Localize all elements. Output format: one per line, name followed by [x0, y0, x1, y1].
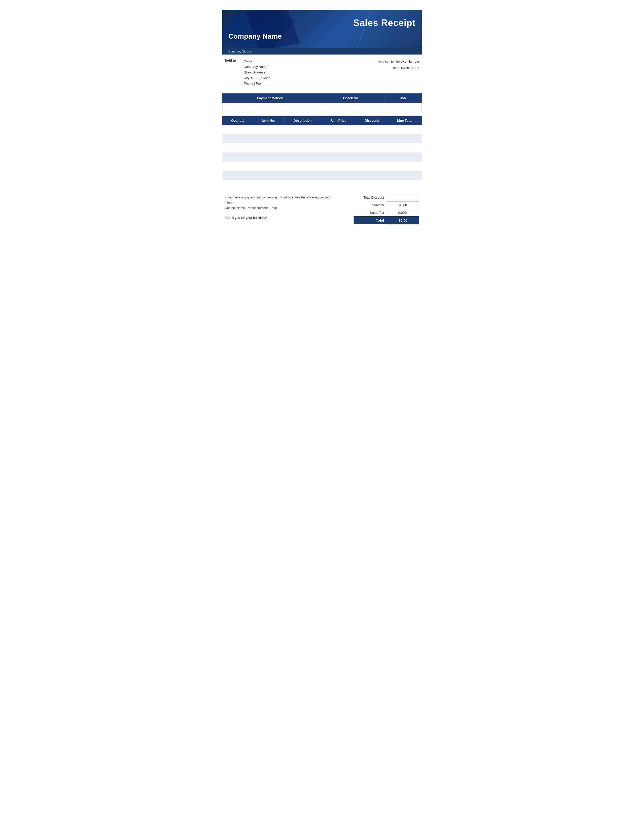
table-row: [222, 170, 422, 180]
table-row: [222, 162, 422, 170]
job-cell[interactable]: [384, 103, 422, 111]
bottom-section: If you have any questions concerning thi…: [222, 194, 422, 224]
table-cell[interactable]: [356, 170, 388, 180]
total-value: $0.00: [386, 216, 419, 224]
customer-name: Name: [244, 59, 270, 64]
sales-tax-row: Sales Tax 0.00%: [354, 209, 419, 216]
total-discount-value[interactable]: [386, 194, 419, 201]
table-cell[interactable]: [322, 162, 356, 170]
header-shapes: [222, 10, 422, 48]
item-no-header: Item No.: [253, 116, 283, 125]
table-cell[interactable]: [283, 170, 322, 180]
total-discount-label: Total Discount: [354, 194, 386, 201]
line-total-header: Line Total: [388, 116, 422, 125]
sold-to-block: Sold to Name Company Name Street Address…: [225, 59, 270, 86]
table-cell[interactable]: [356, 134, 388, 143]
payment-row: [222, 103, 422, 111]
table-cell[interactable]: [322, 134, 356, 143]
invoice-date-row: Date Invoice Date: [378, 65, 419, 71]
invoice-number-label: Invoice No: [378, 60, 394, 63]
table-cell[interactable]: [283, 153, 322, 162]
table-cell[interactable]: [388, 143, 422, 153]
description-header: Description: [283, 116, 322, 125]
table-cell[interactable]: [222, 162, 253, 170]
subtotal-row: Subtotal $0.00: [354, 201, 419, 209]
table-cell[interactable]: [283, 143, 322, 153]
table-cell[interactable]: [356, 143, 388, 153]
table-cell[interactable]: [253, 153, 283, 162]
slogan-bar: Company Slogan: [222, 48, 422, 55]
total-label: Total: [354, 216, 386, 224]
table-cell[interactable]: [388, 162, 422, 170]
notes-block: If you have any questions concerning thi…: [225, 194, 331, 220]
subtotal-value: $0.00: [386, 201, 419, 209]
table-cell[interactable]: [356, 180, 388, 189]
check-no-cell[interactable]: [318, 103, 384, 111]
table-cell[interactable]: [388, 180, 422, 189]
table-cell[interactable]: [253, 180, 283, 189]
receipt-title: Sales Receipt: [353, 18, 416, 28]
table-cell[interactable]: [283, 162, 322, 170]
table-row: [222, 134, 422, 143]
table-cell[interactable]: [283, 134, 322, 143]
invoice-date-value: Invoice Date: [401, 66, 419, 70]
totals-block: Total Discount Subtotal $0.00 Sales Tax …: [354, 194, 419, 224]
table-cell[interactable]: [356, 162, 388, 170]
table-cell[interactable]: [388, 134, 422, 143]
discount-header: Discount: [356, 116, 388, 125]
customer-phone-fax: Phone | Fax: [244, 81, 270, 86]
table-cell[interactable]: [388, 125, 422, 134]
company-name-header: Company Name: [228, 32, 282, 40]
sales-tax-label: Sales Tax: [354, 209, 386, 216]
receipt-header: Sales Receipt Company Name: [222, 10, 422, 48]
contact-text: If you have any questions concerning thi…: [225, 195, 331, 206]
payment-table: Payment Method Check No. Job: [222, 93, 422, 111]
table-cell[interactable]: [388, 153, 422, 162]
check-no-header: Check No.: [318, 94, 384, 103]
company-slogan: Company Slogan: [228, 50, 251, 53]
table-cell[interactable]: [222, 180, 253, 189]
table-row: [222, 153, 422, 162]
table-cell[interactable]: [388, 170, 422, 180]
table-cell[interactable]: [322, 180, 356, 189]
table-cell[interactable]: [253, 134, 283, 143]
invoice-details: Invoice No Invoice Number Date Invoice D…: [378, 59, 419, 86]
table-cell[interactable]: [322, 170, 356, 180]
quantity-header: Quantity: [222, 116, 253, 125]
payment-method-header: Payment Method: [222, 94, 318, 103]
sales-tax-value: 0.00%: [386, 209, 419, 216]
table-cell[interactable]: [283, 125, 322, 134]
table-cell[interactable]: [222, 170, 253, 180]
subtotal-label: Subtotal: [354, 201, 386, 209]
table-cell[interactable]: [222, 143, 253, 153]
customer-company: Company Name: [244, 64, 270, 70]
contact-details: Contact Name, Phone Number, Email: [225, 206, 331, 211]
table-cell[interactable]: [253, 170, 283, 180]
table-cell[interactable]: [322, 125, 356, 134]
table-cell[interactable]: [222, 134, 253, 143]
table-row: [222, 180, 422, 189]
sold-to-details: Name Company Name Street Address City, S…: [244, 59, 270, 86]
table-cell[interactable]: [356, 125, 388, 134]
unit-price-header: Unit Price: [322, 116, 356, 125]
total-discount-row: Total Discount: [354, 194, 419, 201]
table-cell[interactable]: [222, 125, 253, 134]
total-row: Total $0.00: [354, 216, 419, 224]
customer-address: Street Address: [244, 70, 270, 75]
table-cell[interactable]: [283, 180, 322, 189]
table-cell[interactable]: [253, 162, 283, 170]
thank-you-text: Thank you for your business!: [225, 215, 331, 220]
table-cell[interactable]: [253, 143, 283, 153]
payment-method-cell[interactable]: [222, 103, 318, 111]
table-cell[interactable]: [356, 153, 388, 162]
table-row: [222, 125, 422, 134]
sold-to-label: Sold to: [225, 59, 239, 86]
invoice-number-value: Invoice Number: [396, 60, 419, 63]
invoice-number-row: Invoice No Invoice Number: [378, 59, 419, 65]
table-cell[interactable]: [222, 153, 253, 162]
table-cell[interactable]: [253, 125, 283, 134]
table-cell[interactable]: [322, 153, 356, 162]
items-table: Quantity Item No. Description Unit Price…: [222, 116, 422, 189]
table-cell[interactable]: [322, 143, 356, 153]
info-section: Sold to Name Company Name Street Address…: [222, 55, 422, 89]
